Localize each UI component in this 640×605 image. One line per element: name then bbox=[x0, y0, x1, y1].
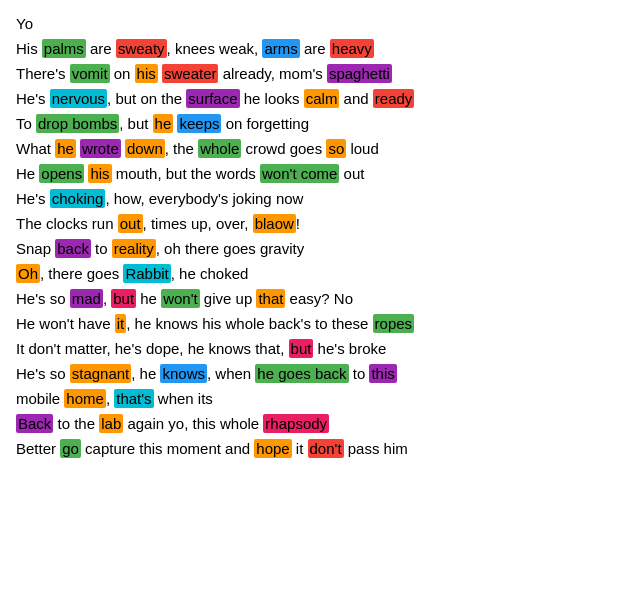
highlighted-word: Back bbox=[16, 414, 53, 433]
highlighted-word: that bbox=[256, 289, 285, 308]
lyrics-line: He's so stagnant, he knows, when he goes… bbox=[16, 362, 624, 386]
highlighted-word: Rabbit bbox=[123, 264, 170, 283]
highlighted-word: so bbox=[326, 139, 346, 158]
highlighted-word: he bbox=[55, 139, 76, 158]
lyrics-line: His palms are sweaty, knees weak, arms a… bbox=[16, 37, 624, 61]
highlighted-word: that's bbox=[114, 389, 153, 408]
highlighted-word: wrote bbox=[80, 139, 121, 158]
highlighted-word: nervous bbox=[50, 89, 107, 108]
highlighted-word: reality bbox=[112, 239, 156, 258]
highlighted-word: arms bbox=[262, 39, 299, 58]
highlighted-word: hope bbox=[254, 439, 291, 458]
highlighted-word: ready bbox=[373, 89, 415, 108]
lyrics-line: Yo bbox=[16, 12, 624, 36]
highlighted-word: spaghetti bbox=[327, 64, 392, 83]
highlighted-word: home bbox=[64, 389, 106, 408]
highlighted-word: his bbox=[135, 64, 158, 83]
highlighted-word: knows bbox=[160, 364, 207, 383]
lyrics-line: It don't matter, he's dope, he knows tha… bbox=[16, 337, 624, 361]
highlighted-word: it bbox=[115, 314, 127, 333]
highlighted-word: drop bombs bbox=[36, 114, 119, 133]
lyrics-line: He's nervous, but on the surface he look… bbox=[16, 87, 624, 111]
lyrics-line: mobile home, that's when its bbox=[16, 387, 624, 411]
highlighted-word: ropes bbox=[373, 314, 415, 333]
highlighted-word: won't come bbox=[260, 164, 339, 183]
highlighted-word: sweaty bbox=[116, 39, 167, 58]
lyrics-container: YoHis palms are sweaty, knees weak, arms… bbox=[16, 12, 624, 461]
highlighted-word: don't bbox=[308, 439, 344, 458]
lyrics-line: He's so mad, but he won't give up that e… bbox=[16, 287, 624, 311]
highlighted-word: his bbox=[88, 164, 111, 183]
highlighted-word: mad bbox=[70, 289, 103, 308]
highlighted-word: keeps bbox=[177, 114, 221, 133]
lyrics-line: Oh, there goes Rabbit, he choked bbox=[16, 262, 624, 286]
lyrics-line: He's choking, how, everybody's joking no… bbox=[16, 187, 624, 211]
lyrics-line: He won't have it, he knows his whole bac… bbox=[16, 312, 624, 336]
lyrics-line: Snap back to reality, oh there goes grav… bbox=[16, 237, 624, 261]
highlighted-word: but bbox=[289, 339, 314, 358]
lyrics-line: Back to the lab again yo, this whole rha… bbox=[16, 412, 624, 436]
highlighted-word: he goes back bbox=[255, 364, 348, 383]
highlighted-word: whole bbox=[198, 139, 241, 158]
highlighted-word: stagnant bbox=[70, 364, 132, 383]
lyrics-line: The clocks run out, times up, over, blao… bbox=[16, 212, 624, 236]
highlighted-word: rhapsody bbox=[263, 414, 329, 433]
highlighted-word: sweater bbox=[162, 64, 219, 83]
highlighted-word: blaow bbox=[253, 214, 296, 233]
highlighted-word: vomit bbox=[70, 64, 110, 83]
highlighted-word: Oh bbox=[16, 264, 40, 283]
highlighted-word: heavy bbox=[330, 39, 374, 58]
lyrics-line: There's vomit on his sweater already, mo… bbox=[16, 62, 624, 86]
lyrics-line: What he wrote down, the whole crowd goes… bbox=[16, 137, 624, 161]
highlighted-word: calm bbox=[304, 89, 340, 108]
highlighted-word: choking bbox=[50, 189, 106, 208]
lyrics-line: Better go capture this moment and hope i… bbox=[16, 437, 624, 461]
highlighted-word: back bbox=[55, 239, 91, 258]
highlighted-word: won't bbox=[161, 289, 200, 308]
lyrics-line: To drop bombs, but he keeps on forgettin… bbox=[16, 112, 624, 136]
highlighted-word: surface bbox=[186, 89, 239, 108]
highlighted-word: opens bbox=[39, 164, 84, 183]
highlighted-word: but bbox=[111, 289, 136, 308]
highlighted-word: go bbox=[60, 439, 81, 458]
highlighted-word: down bbox=[125, 139, 165, 158]
lyrics-line: He opens his mouth, but the words won't … bbox=[16, 162, 624, 186]
highlighted-word: out bbox=[118, 214, 143, 233]
highlighted-word: lab bbox=[99, 414, 123, 433]
highlighted-word: this bbox=[369, 364, 396, 383]
highlighted-word: he bbox=[153, 114, 174, 133]
highlighted-word: palms bbox=[42, 39, 86, 58]
